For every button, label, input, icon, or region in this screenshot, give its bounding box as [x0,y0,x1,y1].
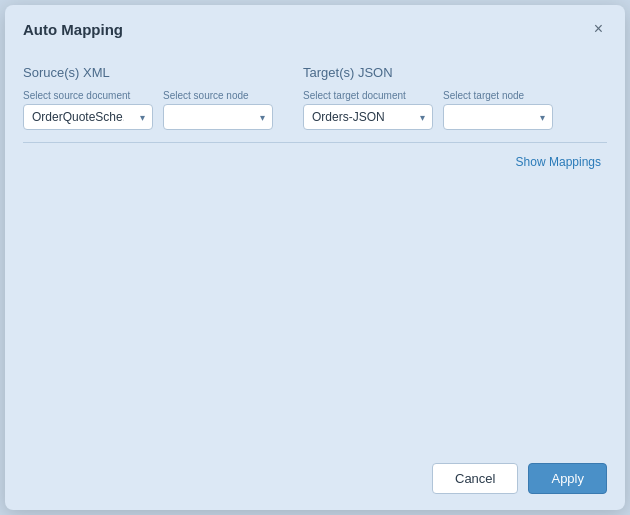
source-node-group: Select source node ▾ [163,90,273,130]
dialog-body: Soruce(s) XML Select source document Ord… [5,49,625,451]
close-button[interactable]: × [590,19,607,39]
target-node-group: Select target node ▾ [443,90,553,130]
target-section-title: Target(s) JSON [303,65,553,80]
target-doc-select[interactable]: Orders-JSON [303,104,433,130]
cancel-button[interactable]: Cancel [432,463,518,494]
dialog-footer: Cancel Apply [5,451,625,510]
auto-mapping-dialog: Auto Mapping × Soruce(s) XML Select sour… [5,5,625,510]
content-area [23,173,607,439]
target-node-label: Select target node [443,90,553,101]
source-doc-group: Select source document OrderQuoteSche...… [23,90,153,130]
target-doc-wrapper: Orders-JSON ▾ [303,104,433,130]
sections-row: Soruce(s) XML Select source document Ord… [23,65,607,130]
source-doc-select[interactable]: OrderQuoteSche... [23,104,153,130]
dialog-title: Auto Mapping [23,21,123,38]
show-mappings-button[interactable]: Show Mappings [510,151,607,173]
target-fields-row: Select target document Orders-JSON ▾ Sel… [303,90,553,130]
dialog-header: Auto Mapping × [5,5,625,49]
apply-button[interactable]: Apply [528,463,607,494]
source-node-select[interactable] [163,104,273,130]
show-mappings-row: Show Mappings [23,143,607,173]
target-doc-group: Select target document Orders-JSON ▾ [303,90,433,130]
target-node-wrapper: ▾ [443,104,553,130]
source-node-wrapper: ▾ [163,104,273,130]
source-section-title: Soruce(s) XML [23,65,273,80]
source-section: Soruce(s) XML Select source document Ord… [23,65,273,130]
target-section: Target(s) JSON Select target document Or… [303,65,553,130]
target-node-select[interactable] [443,104,553,130]
source-doc-wrapper: OrderQuoteSche... ▾ [23,104,153,130]
source-doc-label: Select source document [23,90,153,101]
target-doc-label: Select target document [303,90,433,101]
source-fields-row: Select source document OrderQuoteSche...… [23,90,273,130]
source-node-label: Select source node [163,90,273,101]
